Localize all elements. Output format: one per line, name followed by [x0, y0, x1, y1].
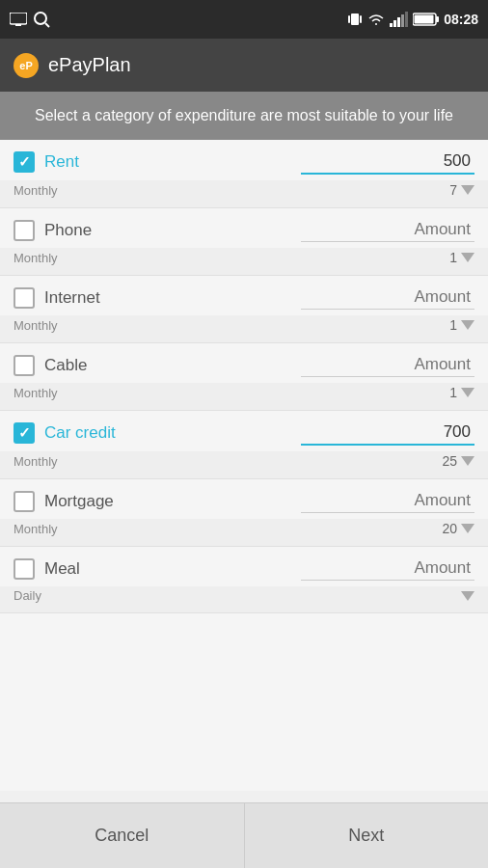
dropdown-arrow-mortgage[interactable]	[461, 524, 474, 533]
category-item-internet: InternetMonthly1	[0, 276, 488, 343]
category-name-cable: Cable	[44, 356, 87, 375]
category-item-meal: MealDaily	[0, 547, 488, 613]
next-button[interactable]: Next	[245, 803, 489, 868]
category-row-phone: Phone	[0, 208, 488, 248]
period-value-internet: 1	[312, 317, 457, 333]
category-name-phone: Phone	[44, 221, 92, 240]
amount-input-rent[interactable]	[301, 149, 474, 175]
category-row-car-credit: Car credit	[0, 411, 488, 451]
category-name-internet: Internet	[44, 288, 100, 308]
checkbox-internet[interactable]	[14, 287, 35, 309]
amount-input-meal[interactable]	[301, 556, 474, 581]
svg-rect-1	[15, 24, 21, 26]
svg-rect-7	[390, 23, 393, 27]
checkbox-meal[interactable]	[14, 558, 35, 580]
svg-rect-0	[10, 13, 27, 24]
search-icon	[33, 11, 50, 28]
checkbox-cable[interactable]	[14, 355, 35, 376]
period-value-mortgage: 20	[312, 521, 457, 536]
svg-point-2	[35, 13, 46, 24]
period-row-car-credit: Monthly25	[0, 451, 488, 478]
category-row-internet: Internet	[0, 276, 488, 315]
period-label-internet: Monthly	[14, 318, 58, 333]
svg-rect-10	[401, 14, 404, 27]
amount-input-internet[interactable]	[301, 285, 474, 310]
svg-rect-6	[360, 15, 362, 23]
checkbox-car-credit[interactable]	[14, 422, 35, 444]
svg-rect-4	[351, 14, 359, 25]
period-label-phone: Monthly	[14, 251, 58, 265]
svg-line-3	[45, 23, 49, 27]
svg-rect-9	[397, 17, 400, 27]
category-row-meal: Meal	[0, 547, 488, 586]
period-value-car-credit: 25	[312, 453, 457, 469]
time-display: 08:28	[444, 12, 478, 27]
category-row-mortgage: Mortgage	[0, 479, 488, 519]
period-label-cable: Monthly	[14, 386, 58, 400]
category-name-car-credit: Car credit	[44, 423, 116, 443]
period-row-phone: Monthly1	[0, 248, 488, 275]
cancel-button[interactable]: Cancel	[0, 803, 245, 868]
status-right-icons: 08:28	[347, 11, 478, 28]
status-left-icons	[10, 11, 50, 28]
period-label-car-credit: Monthly	[14, 454, 58, 469]
screen-icon	[10, 13, 27, 26]
svg-rect-5	[348, 15, 350, 23]
category-item-cable: CableMonthly1	[0, 343, 488, 411]
status-bar: 08:28	[0, 0, 488, 39]
period-value-cable: 1	[312, 385, 457, 400]
category-row-rent: Rent	[0, 140, 488, 180]
checkbox-mortgage[interactable]	[14, 491, 35, 512]
category-item-phone: PhoneMonthly1	[0, 208, 488, 276]
period-label-meal: Daily	[14, 588, 41, 603]
dropdown-arrow-phone[interactable]	[461, 253, 474, 262]
bottom-bar: Cancel Next	[0, 802, 488, 868]
header-subtitle: Select a category of expenditure are mos…	[0, 92, 488, 140]
dropdown-arrow-meal[interactable]	[461, 591, 474, 601]
checkbox-phone[interactable]	[14, 220, 35, 241]
category-name-meal: Meal	[44, 559, 80, 579]
signal-icon	[390, 12, 409, 27]
period-row-mortgage: Monthly20	[0, 519, 488, 546]
category-row-cable: Cable	[0, 343, 488, 383]
amount-input-phone[interactable]	[301, 218, 474, 242]
category-item-mortgage: MortgageMonthly20	[0, 479, 488, 547]
wifi-icon	[366, 13, 386, 26]
period-value-phone: 1	[312, 250, 457, 265]
period-row-meal: Daily	[0, 586, 488, 612]
svg-rect-14	[415, 15, 434, 24]
checkbox-rent[interactable]	[14, 151, 35, 173]
dropdown-arrow-rent[interactable]	[461, 185, 474, 195]
amount-input-car-credit[interactable]	[301, 420, 474, 446]
period-value-rent: 7	[312, 182, 457, 198]
svg-rect-8	[393, 20, 396, 27]
period-row-cable: Monthly1	[0, 383, 488, 410]
category-item-rent: RentMonthly7	[0, 140, 488, 208]
period-row-rent: Monthly7	[0, 180, 488, 207]
dropdown-arrow-internet[interactable]	[461, 320, 474, 330]
svg-rect-13	[436, 16, 439, 22]
svg-rect-11	[405, 12, 408, 27]
amount-input-mortgage[interactable]	[301, 489, 474, 513]
period-label-rent: Monthly	[14, 183, 58, 198]
vibrate-icon	[347, 11, 363, 28]
battery-icon	[413, 13, 440, 26]
app-title: ePayPlan	[48, 54, 131, 76]
period-label-mortgage: Monthly	[14, 522, 58, 536]
app-bar: eP ePayPlan	[0, 39, 488, 92]
category-name-mortgage: Mortgage	[44, 492, 114, 511]
dropdown-arrow-car-credit[interactable]	[461, 456, 474, 466]
dropdown-arrow-cable[interactable]	[461, 388, 474, 397]
period-row-internet: Monthly1	[0, 315, 488, 342]
amount-input-cable[interactable]	[301, 353, 474, 377]
category-name-rent: Rent	[44, 152, 79, 172]
category-item-car-credit: Car creditMonthly25	[0, 411, 488, 479]
app-logo: eP	[14, 53, 39, 78]
category-list: RentMonthly7PhoneMonthly1InternetMonthly…	[0, 140, 488, 791]
